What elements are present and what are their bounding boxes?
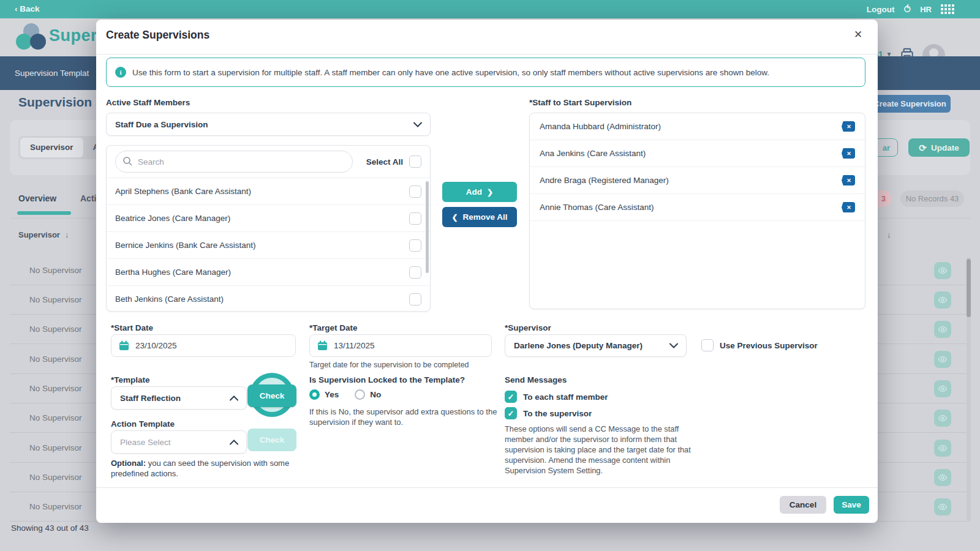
list-scrollbar-thumb[interactable] — [426, 181, 429, 273]
modal-title: Create Supervisions — [106, 29, 209, 42]
select-all-label: Select All — [366, 157, 403, 167]
view-row-button[interactable] — [934, 440, 951, 457]
locked-yes-radio[interactable]: Yes — [309, 389, 339, 400]
action-template-check-button: Check — [247, 429, 296, 451]
staff-checkbox[interactable] — [409, 266, 421, 279]
staff-list-item[interactable]: April Stephens (Bank Care Assistant) — [107, 178, 430, 204]
staff-list-item[interactable]: Bertha Hughes (Care Manager) — [107, 258, 430, 285]
remove-all-button[interactable]: ❮Remove All — [442, 207, 517, 227]
close-icon[interactable]: ✕ — [851, 27, 865, 42]
view-row-button[interactable] — [934, 262, 951, 279]
top-bar: ‹ Back Logout ⥀ HR — [0, 0, 980, 18]
view-row-button[interactable] — [934, 351, 951, 368]
remove-staff-icon[interactable]: ✕ — [842, 148, 855, 159]
remove-staff-icon[interactable]: ✕ — [842, 121, 855, 132]
eye-icon — [938, 266, 948, 276]
view-row-button[interactable] — [934, 380, 951, 397]
selected-staff-item: Ana Jenkins (Care Assistant)✕ — [530, 140, 865, 167]
start-date-input[interactable]: 23/10/2025 — [111, 334, 296, 357]
eye-icon — [938, 443, 948, 453]
apps-grid-icon[interactable] — [941, 4, 954, 14]
back-button[interactable]: ‹ Back — [15, 0, 40, 18]
scrollbar-thumb[interactable] — [967, 259, 971, 317]
hr-menu[interactable]: HR — [920, 5, 932, 14]
chevron-down-icon — [413, 122, 422, 127]
calendar-icon — [119, 340, 129, 351]
staff-list-item[interactable]: Beatrice Jones (Care Manager) — [107, 204, 430, 231]
chevron-right-icon: ❯ — [487, 188, 493, 197]
available-staff-panel: Select All April Stephens (Bank Care Ass… — [106, 145, 431, 312]
active-staff-label: Active Staff Members — [106, 98, 190, 107]
refresh-icon: ⟳ — [919, 143, 927, 152]
use-previous-supervisor[interactable]: Use Previous Supervisor — [701, 339, 818, 351]
supervisor-label: *Supervisor — [505, 323, 551, 332]
action-template-select[interactable]: Please Select — [111, 430, 247, 454]
staff-checkbox[interactable] — [409, 239, 421, 252]
message-supervisor-option[interactable]: ✓ To the supervisor — [505, 407, 592, 419]
staff-checkbox[interactable] — [409, 186, 421, 198]
sort-descending-icon: ↓ — [65, 230, 69, 239]
add-button[interactable]: Add❯ — [442, 182, 517, 202]
staff-checkbox[interactable] — [409, 293, 421, 305]
target-date-helper: Target date for the supervision to be co… — [309, 360, 499, 370]
target-date-label: *Target Date — [309, 323, 358, 332]
update-button[interactable]: ⟳ Update — [908, 138, 970, 157]
staff-list-item[interactable]: Bernice Jenkins (Bank Care Assistant) — [107, 231, 430, 258]
search-input[interactable] — [115, 151, 353, 173]
select-all-checkbox[interactable] — [409, 156, 421, 168]
eye-icon — [938, 324, 948, 334]
checked-checkbox-icon[interactable]: ✓ — [505, 391, 517, 403]
template-select[interactable]: Staff Reflection — [111, 386, 247, 410]
message-staff-option[interactable]: ✓ To each staff member — [505, 391, 608, 403]
logout-button[interactable]: Logout — [867, 5, 895, 14]
locked-helper: If this is No, the supervisor add extra … — [309, 407, 499, 427]
nav-item-supervision-templates[interactable]: Supervision Templat — [15, 56, 89, 90]
calendar-icon — [317, 340, 328, 351]
table-scrollbar[interactable] — [967, 257, 971, 522]
selected-staff-panel: Amanda Hubbard (Administrator)✕ Ana Jenk… — [529, 113, 865, 309]
staff-search[interactable] — [115, 151, 353, 173]
send-messages-label: Send Messages — [505, 375, 567, 384]
template-check-button[interactable]: Check — [247, 384, 296, 407]
chevron-up-icon — [230, 440, 238, 445]
locked-question-label: Is Supervision Locked to the Template? — [309, 375, 465, 384]
app-logo-icon — [16, 22, 48, 53]
info-icon: i — [115, 67, 126, 78]
info-banner: i Use this form to start a supervision f… — [106, 58, 865, 87]
radio-selected-icon — [309, 389, 320, 400]
view-row-button[interactable] — [934, 410, 951, 427]
logout-icon[interactable]: ⥀ — [904, 4, 911, 15]
segment-supervisor[interactable]: Supervisor — [20, 138, 83, 157]
column-header-supervisor[interactable]: Supervisor ↓ — [18, 230, 69, 239]
remove-staff-icon[interactable]: ✕ — [842, 175, 855, 186]
checked-checkbox-icon[interactable]: ✓ — [505, 407, 517, 419]
tab-overview[interactable]: Overview — [18, 193, 56, 203]
staff-filter-select[interactable]: Staff Due a Supervision — [106, 113, 431, 136]
selected-staff-label: *Staff to Start Supervision — [529, 98, 631, 107]
sort-descending-icon: ↓ — [887, 230, 891, 239]
eye-icon — [938, 295, 948, 305]
use-previous-checkbox[interactable] — [701, 339, 714, 351]
locked-no-radio[interactable]: No — [355, 389, 381, 400]
staff-list-item[interactable]: Beth Jenkins (Care Assistant) — [107, 285, 430, 312]
page-title: Supervision S — [18, 95, 104, 110]
view-row-button[interactable] — [934, 498, 951, 515]
view-row-button[interactable] — [934, 291, 951, 309]
selected-staff-item: Andre Braga (Registered Manager)✕ — [530, 167, 865, 194]
supervisor-select[interactable]: Darlene Jones (Deputy Manager) — [505, 334, 687, 357]
brand-name: Super — [49, 26, 97, 45]
modal-footer-divider — [96, 487, 878, 488]
staff-checkbox[interactable] — [409, 212, 421, 225]
create-supervisions-modal: Create Supervisions ✕ i Use this form to… — [96, 20, 878, 523]
showing-count: Showing 43 out of 43 — [11, 523, 89, 533]
chevron-up-icon — [230, 395, 238, 401]
eye-icon — [938, 502, 948, 512]
save-button[interactable]: Save — [834, 496, 869, 514]
view-row-button[interactable] — [934, 321, 951, 338]
eye-icon — [938, 413, 948, 423]
remove-staff-icon[interactable]: ✕ — [842, 202, 855, 212]
view-row-button[interactable] — [934, 469, 951, 486]
target-date-input[interactable]: 13/11/2025 — [309, 334, 492, 357]
cancel-button[interactable]: Cancel — [780, 496, 826, 514]
action-template-label: Action Template — [111, 419, 175, 429]
